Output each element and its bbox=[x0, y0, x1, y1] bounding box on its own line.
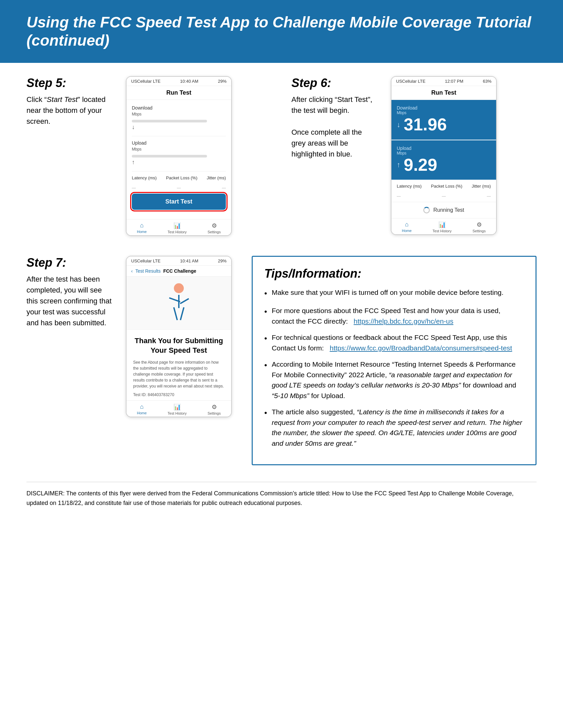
step5-carrier: USCellular LTE bbox=[131, 79, 161, 84]
step7-description: After the test has been completed, you w… bbox=[26, 274, 113, 328]
settings-icon: ⚙ bbox=[211, 222, 217, 229]
step5-nav-settings[interactable]: ⚙ Settings bbox=[208, 222, 221, 234]
tips-title: Tips/Information: bbox=[264, 267, 524, 281]
home-icon-s7: ⌂ bbox=[140, 403, 144, 410]
step6-running-test: Running Test bbox=[392, 202, 496, 218]
step6-download-section: Download Mbps ↓ 31.96 bbox=[392, 100, 496, 139]
step5-download-label: Download bbox=[132, 105, 226, 111]
tips-item-1: Make sure that your WIFI is turned off o… bbox=[264, 287, 524, 299]
step6-phone-title: Run Test bbox=[392, 86, 496, 100]
step5-packet-loss-label: Packet Loss (%) bbox=[166, 175, 197, 180]
step6-download-label: Download bbox=[397, 105, 491, 111]
main-content: Step 5: Click “Start Test” located near … bbox=[0, 63, 563, 521]
running-test-label: Running Test bbox=[433, 207, 464, 213]
step5-text: Step 5: Click “Start Test” located near … bbox=[26, 76, 113, 127]
step5-nav-history[interactable]: 📊 Test History bbox=[167, 222, 186, 234]
step6-nav-bar: ⌂ Home 📊 Test History ⚙ Settings bbox=[392, 218, 496, 234]
tips-list: Make sure that your WIFI is turned off o… bbox=[264, 287, 524, 448]
step6-upload-section: Upload Mbps ↑ 9.29 bbox=[392, 140, 496, 180]
step6-phone-body: Download Mbps ↓ 31.96 Upload Mbps bbox=[392, 100, 496, 218]
step5-download-bar-area bbox=[132, 118, 226, 124]
step7-nav-history-label: Test History bbox=[167, 411, 186, 415]
step5-nav-home[interactable]: ⌂ Home bbox=[137, 222, 147, 234]
history-icon-s6: 📊 bbox=[439, 221, 446, 228]
step5-nav-home-label: Home bbox=[137, 230, 147, 234]
step5-container: Step 5: Click “Start Test” located near … bbox=[26, 76, 271, 236]
step7-fcc-label: FCC Challenge bbox=[163, 268, 196, 274]
step6-nav-home[interactable]: ⌂ Home bbox=[402, 221, 412, 233]
step5-latency-label: Latency (ms) bbox=[132, 175, 157, 180]
person-head bbox=[174, 283, 184, 293]
step6-status-bar: USCellular LTE 12:07 PM 63% bbox=[392, 77, 496, 86]
step5-bottom-metrics: Latency (ms) Packet Loss (%) Jitter (ms) bbox=[132, 175, 226, 180]
steps-row-56: Step 5: Click “Start Test” located near … bbox=[26, 76, 537, 236]
step7-time: 10:41 AM bbox=[180, 258, 198, 263]
tips-item-3: For technical questions or feedback abou… bbox=[264, 332, 524, 353]
settings-icon-s7: ⚙ bbox=[211, 403, 217, 411]
page: Using the FCC Speed Test App to Challeng… bbox=[0, 0, 563, 728]
step5-download-bar bbox=[132, 120, 207, 122]
step5-description: Click “Start Test” located near the bott… bbox=[26, 94, 113, 127]
step5-download-sublabel: Mbps bbox=[132, 112, 226, 116]
step5-nav-settings-label: Settings bbox=[208, 230, 221, 234]
step7-result-header: ‹ Test Results FCC Challenge bbox=[126, 266, 231, 277]
step6-carrier: USCellular LTE bbox=[396, 79, 426, 84]
step7-container: Step 7: After the test has been complete… bbox=[26, 256, 232, 417]
step6-packet-loss-value: — bbox=[442, 194, 446, 199]
step7-nav-history[interactable]: 📊 Test History bbox=[167, 403, 186, 415]
step5-latency-value: — bbox=[132, 186, 136, 190]
step5-upload-bar bbox=[132, 155, 207, 158]
step6-download-sublabel: Mbps bbox=[397, 111, 491, 115]
person-figure bbox=[165, 283, 192, 323]
step6-text: Step 6: After clicking “Start Test”, the… bbox=[292, 76, 378, 159]
tips-item-3-text: For technical questions or feedback abou… bbox=[271, 332, 524, 353]
tips-item-2-text: For more questions about the FCC Speed T… bbox=[271, 305, 524, 326]
step7-text: Step 7: After the test has been complete… bbox=[26, 256, 113, 328]
start-test-button[interactable]: Start Test bbox=[132, 194, 226, 210]
step6-download-arrow: ↓ bbox=[397, 120, 400, 129]
step5-upload-label: Upload bbox=[132, 140, 226, 146]
step7-test-id-label: Test ID: bbox=[133, 392, 147, 397]
step6-packet-loss-label: Packet Loss (%) bbox=[431, 184, 462, 189]
step7-test-id-value: 846403783270 bbox=[148, 392, 174, 397]
step6-latency-label: Latency (ms) bbox=[397, 184, 422, 189]
history-icon: 📊 bbox=[173, 222, 181, 229]
step7-nav-home-label: Home bbox=[137, 411, 147, 415]
step6-download-row: ↓ 31.96 bbox=[397, 115, 491, 134]
step6-upload-sublabel: Mbps bbox=[397, 151, 491, 156]
tips-item-2: For more questions about the FCC Speed T… bbox=[264, 305, 524, 326]
step6-label: Step 6: bbox=[292, 76, 378, 90]
back-icon: ‹ bbox=[131, 268, 133, 274]
step6-nav-settings-label: Settings bbox=[473, 229, 486, 233]
step7-nav-home[interactable]: ⌂ Home bbox=[137, 403, 147, 415]
step7-phone: USCellular LTE 10:41 AM 29% ‹ Test Resul… bbox=[126, 256, 232, 417]
settings-icon-s6: ⚙ bbox=[477, 221, 482, 228]
fcc-contact-link[interactable]: https://www.fcc.gov/BroadbandData/consum… bbox=[330, 344, 512, 352]
step7-nav-settings-label: Settings bbox=[208, 411, 221, 415]
step6-description: After clicking “Start Test”, the test wi… bbox=[292, 94, 378, 159]
tips-item-5: The article also suggested, “Latency is … bbox=[264, 407, 524, 448]
running-spinner bbox=[423, 207, 430, 213]
bottom-section: Step 7: After the test has been complete… bbox=[26, 256, 537, 465]
tips-item-4-text: According to Mobile Internet Resource “T… bbox=[271, 359, 524, 401]
home-icon: ⌂ bbox=[140, 222, 144, 229]
step6-nav-history[interactable]: 📊 Test History bbox=[433, 221, 451, 233]
step6-upload-row: ↑ 9.29 bbox=[397, 156, 491, 174]
step5-upload-section: Upload Mbps ↑ bbox=[132, 140, 226, 166]
step5-status-bar: USCellular LTE 10:40 AM 29% bbox=[126, 77, 231, 86]
step6-nav-settings[interactable]: ⚙ Settings bbox=[473, 221, 486, 233]
step7-nav-settings[interactable]: ⚙ Settings bbox=[208, 403, 221, 415]
step5-divider2 bbox=[132, 171, 226, 171]
step6-battery: 63% bbox=[483, 79, 492, 84]
step5-jitter-label: Jitter (ms) bbox=[207, 175, 226, 180]
step6-upload-arrow: ↑ bbox=[397, 160, 400, 169]
step6-jitter-value: — bbox=[487, 194, 491, 199]
step7-back-label: Test Results bbox=[135, 268, 161, 274]
step5-time: 10:40 AM bbox=[180, 79, 198, 84]
step5-nav-history-label: Test History bbox=[167, 230, 186, 234]
tips-item-4: According to Mobile Internet Resource “T… bbox=[264, 359, 524, 401]
tips-box: Tips/Information: Make sure that your WI… bbox=[252, 256, 537, 465]
person-arm-right bbox=[180, 298, 189, 304]
step6-container: Step 6: After clicking “Start Test”, the… bbox=[292, 76, 537, 235]
fcc-help-link[interactable]: https://help.bdc.fcc.gov/hc/en-us bbox=[354, 317, 453, 325]
